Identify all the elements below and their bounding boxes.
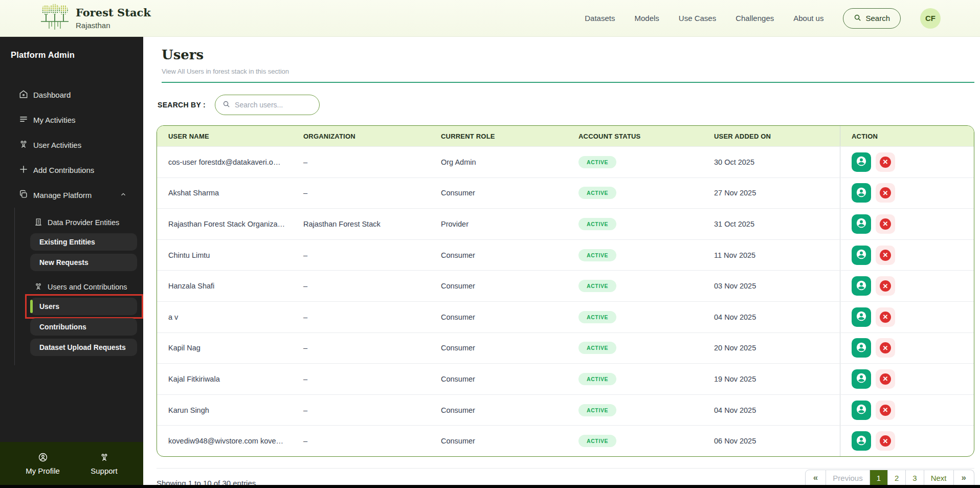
status-badge: ACTIVE <box>578 373 616 385</box>
account-status-cell: ACTIVE <box>578 395 714 426</box>
my-profile-button[interactable]: My Profile <box>26 452 60 475</box>
person-circle-icon <box>38 452 48 464</box>
status-badge: ACTIVE <box>578 156 616 168</box>
sidebar-item-dashboard[interactable]: Dashboard <box>0 82 143 107</box>
sidebar-item-add-contributions[interactable]: Add Contributions <box>0 158 143 183</box>
person-circle-icon <box>856 249 867 261</box>
sidebar-item-new-requests[interactable]: New Requests <box>30 254 137 271</box>
pagination-previous-button[interactable]: Previous <box>826 470 870 486</box>
nav-use-cases[interactable]: Use Cases <box>679 14 716 23</box>
pagination-first-button[interactable]: « <box>805 470 826 486</box>
header-search-button[interactable]: Search <box>843 8 901 29</box>
sidebar-item-my-activities[interactable]: My Activities <box>0 107 143 132</box>
x-circle-icon: ✕ <box>880 373 891 385</box>
column-header-action: ACTION <box>840 126 974 146</box>
current-role-cell: Consumer <box>441 271 578 301</box>
nav-challenges[interactable]: Challenges <box>736 14 774 23</box>
table-row: Rajasthan Forest Stack Organiza… Rajasth… <box>157 208 974 239</box>
account-status-cell: ACTIVE <box>578 209 714 239</box>
remove-user-button[interactable]: ✕ <box>876 307 895 327</box>
column-header-current-role: CURRENT ROLE <box>441 126 578 146</box>
organization-cell: – <box>303 395 441 426</box>
people-icon <box>99 452 109 464</box>
bottom-edge-strip <box>0 485 980 488</box>
view-user-button[interactable] <box>852 338 871 358</box>
search-icon <box>222 100 230 110</box>
view-user-button[interactable] <box>852 183 871 203</box>
status-badge: ACTIVE <box>578 187 616 199</box>
main-content: Users View All Users in forest stack in … <box>143 37 980 488</box>
footer-item-label: Support <box>91 467 118 475</box>
page-title: Users <box>162 47 974 62</box>
remove-user-button[interactable]: ✕ <box>876 338 895 358</box>
remove-user-button[interactable]: ✕ <box>876 152 895 172</box>
view-user-button[interactable] <box>852 369 871 389</box>
brand[interactable]: Forest Stack Rajasthan <box>0 3 151 34</box>
submenu-group-label: Data Provider Entities <box>48 218 119 227</box>
nav-about-us[interactable]: About us <box>793 14 823 23</box>
active-item-accent-bar <box>30 300 33 313</box>
action-cell: ✕ <box>840 426 974 456</box>
footer-divider <box>157 468 974 469</box>
nav-datasets[interactable]: Datasets <box>585 14 615 23</box>
remove-user-button[interactable]: ✕ <box>876 276 895 296</box>
remove-user-button[interactable]: ✕ <box>876 214 895 234</box>
status-badge: ACTIVE <box>578 218 616 230</box>
pill-label: Contributions <box>39 323 86 331</box>
current-role-cell: Consumer <box>441 178 578 209</box>
action-cell: ✕ <box>840 333 974 364</box>
search-users-input[interactable] <box>235 101 311 109</box>
list-icon <box>18 114 29 126</box>
account-status-cell: ACTIVE <box>578 240 714 271</box>
user-avatar[interactable]: CF <box>920 8 941 29</box>
person-circle-icon <box>856 342 867 354</box>
sidebar-item-existing-entities[interactable]: Existing Entities <box>30 233 137 251</box>
nav-models[interactable]: Models <box>634 14 659 23</box>
user-added-on-cell: 04 Nov 2025 <box>714 302 840 332</box>
view-user-button[interactable] <box>852 152 871 172</box>
x-circle-icon: ✕ <box>880 312 891 323</box>
view-user-button[interactable] <box>852 401 871 420</box>
pagination-page-3[interactable]: 3 <box>906 470 924 486</box>
x-circle-icon: ✕ <box>880 280 891 292</box>
sidebar: Platform Admin Dashboard My Activities U… <box>0 37 143 488</box>
users-search-field[interactable] <box>215 95 320 115</box>
remove-user-button[interactable]: ✕ <box>876 369 895 389</box>
view-user-button[interactable] <box>852 307 871 327</box>
account-status-cell: ACTIVE <box>578 147 714 178</box>
user-name-cell: cos-user forestdx@datakaveri.o… <box>168 147 303 178</box>
sidebar-item-users[interactable]: Users <box>30 298 137 315</box>
action-cell: ✕ <box>840 271 974 301</box>
action-cell: ✕ <box>840 240 974 271</box>
organization-cell: – <box>303 178 441 209</box>
pagination-next-button[interactable]: Next <box>924 470 954 486</box>
action-cell: ✕ <box>840 209 974 239</box>
remove-user-button[interactable]: ✕ <box>876 431 895 451</box>
sidebar-item-user-activities[interactable]: User Activities <box>0 132 143 158</box>
submenu-group-users-and-contributions[interactable]: Users and Contributions <box>30 279 137 295</box>
current-role-cell: Consumer <box>441 302 578 332</box>
status-badge: ACTIVE <box>578 435 616 447</box>
view-user-button[interactable] <box>852 431 871 451</box>
pagination-last-button[interactable]: » <box>954 470 974 486</box>
view-user-button[interactable] <box>852 246 871 265</box>
pill-label: Users <box>39 302 59 310</box>
submenu-group-data-provider-entities[interactable]: Data Provider Entities <box>30 215 137 230</box>
search-icon <box>854 14 861 23</box>
sidebar-item-contributions[interactable]: Contributions <box>30 318 137 336</box>
remove-user-button[interactable]: ✕ <box>876 183 895 203</box>
view-user-button[interactable] <box>852 214 871 234</box>
chevron-up-icon <box>120 191 127 199</box>
pagination-page-2[interactable]: 2 <box>888 470 906 486</box>
sidebar-item-manage-platform[interactable]: Manage Platform <box>0 183 143 208</box>
sidebar-item-dataset-upload-requests[interactable]: Dataset Upload Requests <box>30 339 137 356</box>
remove-user-button[interactable]: ✕ <box>876 401 895 420</box>
sidebar-title: Platform Admin <box>0 37 143 60</box>
pagination-page-1[interactable]: 1 <box>870 470 888 486</box>
view-user-button[interactable] <box>852 276 871 296</box>
user-name-cell: Rajasthan Forest Stack Organiza… <box>168 209 303 239</box>
sidebar-footer: My Profile Support <box>0 442 143 485</box>
support-button[interactable]: Support <box>91 452 118 475</box>
remove-user-button[interactable]: ✕ <box>876 246 895 265</box>
x-circle-icon: ✕ <box>880 218 891 230</box>
